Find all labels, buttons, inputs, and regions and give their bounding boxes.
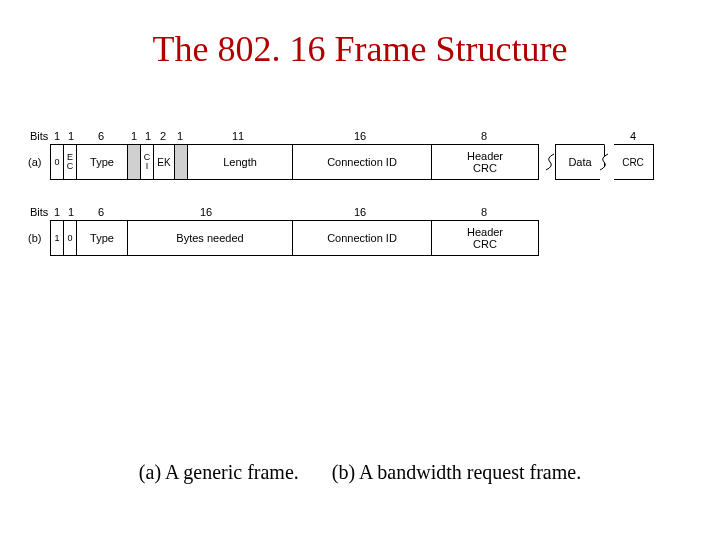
diagram-area: Bits 1 1 6 1 1 2 1 11 16 8 4 (a) 0 E C T… — [0, 130, 720, 330]
captions: (a) A generic frame. (b) A bandwidth req… — [0, 461, 720, 484]
field-b-second: 0 — [63, 220, 77, 256]
bit-b-0: 1 — [54, 206, 60, 218]
bit-a-9: 8 — [481, 130, 487, 142]
field-a-data: Data — [555, 144, 605, 180]
field-b-type: Type — [76, 220, 128, 256]
bit-b-4: 16 — [354, 206, 366, 218]
field-a-gray2 — [174, 144, 188, 180]
field-a-gray1 — [127, 144, 141, 180]
bit-b-3: 16 — [200, 206, 212, 218]
page-title: The 802. 16 Frame Structure — [0, 28, 720, 70]
caption-b: (b) A bandwidth request frame. — [332, 461, 581, 483]
field-b-first: 1 — [50, 220, 64, 256]
caption-a: (a) A generic frame. — [139, 461, 299, 483]
break-icon-right — [600, 132, 614, 192]
row-label-b: (b) — [28, 232, 41, 244]
bit-a-3: 1 — [131, 130, 137, 142]
bits-row-b: 1 1 6 16 16 8 — [0, 206, 720, 220]
field-a-ci: C I — [140, 144, 154, 180]
bit-b-5: 8 — [481, 206, 487, 218]
bit-b-2: 6 — [98, 206, 104, 218]
field-a-length: Length — [187, 144, 293, 180]
bit-a-4: 1 — [145, 130, 151, 142]
bit-a-8: 16 — [354, 130, 366, 142]
bit-a-6: 1 — [177, 130, 183, 142]
bit-a-7: 11 — [232, 130, 244, 142]
field-a-ek: EK — [153, 144, 175, 180]
bit-a-0: 1 — [54, 130, 60, 142]
bit-a-5: 2 — [160, 130, 166, 142]
row-label-a: (a) — [28, 156, 41, 168]
field-a-connid: Connection ID — [292, 144, 432, 180]
break-icon-left — [540, 132, 554, 192]
field-a-ec: E C — [63, 144, 77, 180]
field-a-hcrc: Header CRC — [431, 144, 539, 180]
bit-a-2: 6 — [98, 130, 104, 142]
field-a-type: Type — [76, 144, 128, 180]
field-b-hcrc: Header CRC — [431, 220, 539, 256]
bit-a-1: 1 — [68, 130, 74, 142]
field-b-bytes: Bytes needed — [127, 220, 293, 256]
field-a-crc: CRC — [612, 144, 654, 180]
field-a-first: 0 — [50, 144, 64, 180]
bit-a-10: 4 — [630, 130, 636, 142]
bit-b-1: 1 — [68, 206, 74, 218]
field-b-connid: Connection ID — [292, 220, 432, 256]
